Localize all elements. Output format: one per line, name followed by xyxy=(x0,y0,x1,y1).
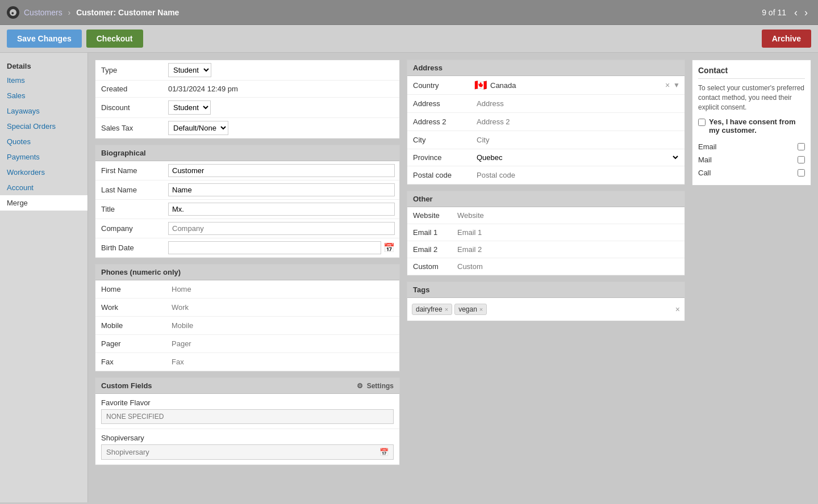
custom-fields-header: Custom Fields ⚙ Settings xyxy=(95,378,399,394)
country-selector[interactable]: 🇨🇦 Canada × ▼ xyxy=(474,79,680,91)
mail-option-label: Mail xyxy=(698,156,712,164)
mobile-value xyxy=(164,317,399,335)
created-label: Created xyxy=(95,81,164,98)
city-label: City xyxy=(407,131,470,149)
birth-date-input[interactable] xyxy=(168,241,381,254)
title-input[interactable] xyxy=(168,203,395,216)
first-name-value xyxy=(164,161,399,180)
details-grid: Type StudentRegularVIP Created 01/31/202… xyxy=(95,60,399,138)
breadcrumb-parent[interactable]: Customers xyxy=(24,8,62,17)
calendar-icon[interactable]: 📅 xyxy=(383,242,395,253)
pager-input[interactable] xyxy=(168,338,395,350)
tags-clear-icon[interactable]: × xyxy=(675,305,680,314)
email-option-label: Email xyxy=(698,142,717,151)
top-bar: ● Customers › Customer: Customer Name 9 … xyxy=(0,0,818,25)
email1-value xyxy=(453,224,685,241)
discount-value: StudentNone10%20% xyxy=(164,98,399,118)
province-selector: QuebecOntarioBritish Columbia xyxy=(474,153,680,162)
contact-desc: To select your customer's preferred cont… xyxy=(698,83,805,112)
phones-grid: Home Work Mobile xyxy=(95,280,399,371)
tag-vegan-remove[interactable]: × xyxy=(479,306,483,313)
sales-tax-label: Sales Tax xyxy=(95,118,164,138)
country-value: 🇨🇦 Canada × ▼ xyxy=(470,76,685,95)
sidebar-item-items[interactable]: Items xyxy=(0,73,87,88)
archive-button[interactable]: Archive xyxy=(762,30,811,48)
fax-input[interactable] xyxy=(168,356,395,368)
province-value: QuebecOntarioBritish Columbia xyxy=(470,149,685,166)
sidebar-item-quotes[interactable]: Quotes xyxy=(0,134,87,149)
main-layout: Details Items Sales Layaways Special Ord… xyxy=(0,53,818,502)
contact-section: Contact To select your customer's prefer… xyxy=(692,60,811,186)
discount-select[interactable]: StudentNone10%20% xyxy=(168,100,211,115)
shopiversary-input[interactable] xyxy=(102,445,375,459)
sidebar-item-workorders[interactable]: Workorders xyxy=(0,165,87,180)
tags-section: Tags dairyfree × vegan × × xyxy=(407,282,685,321)
breadcrumb-sep: › xyxy=(68,8,71,17)
address2-value xyxy=(470,113,685,131)
type-select[interactable]: StudentRegularVIP xyxy=(168,63,211,77)
sidebar-item-merge[interactable]: Merge xyxy=(0,195,87,211)
address2-input[interactable] xyxy=(474,116,680,128)
mobile-input[interactable] xyxy=(168,320,395,331)
pager-label: Pager xyxy=(95,335,164,353)
last-name-input[interactable] xyxy=(168,183,395,196)
custom-label: Custom xyxy=(407,258,453,275)
tag-dairyfree: dairyfree × xyxy=(412,304,452,315)
breadcrumb-current: Customer: Customer Name xyxy=(76,8,179,17)
next-button[interactable]: › xyxy=(801,6,811,19)
shopiversary-calendar-icon[interactable]: 📅 xyxy=(375,446,393,459)
last-name-label: Last Name xyxy=(95,180,164,200)
title-label: Title xyxy=(95,200,164,219)
work-input[interactable] xyxy=(168,301,395,313)
custom-field-flavor: Favorite Flavor xyxy=(95,394,399,429)
country-clear-icon[interactable]: × xyxy=(665,81,670,90)
settings-link[interactable]: ⚙ Settings xyxy=(357,382,394,390)
consent-checkbox[interactable] xyxy=(698,119,706,126)
birth-date-wrapper: 📅 xyxy=(168,241,395,254)
sidebar-item-special-orders[interactable]: Special Orders xyxy=(0,119,87,134)
call-checkbox[interactable] xyxy=(798,169,805,177)
call-option: Call xyxy=(698,166,805,179)
postal-input[interactable] xyxy=(474,169,680,181)
tag-dairyfree-remove[interactable]: × xyxy=(445,306,448,313)
custom-input[interactable] xyxy=(457,262,680,271)
country-dropdown-icon[interactable]: ▼ xyxy=(673,81,680,89)
sidebar-item-payments[interactable]: Payments xyxy=(0,149,87,165)
email1-label: Email 1 xyxy=(407,224,453,241)
discount-label: Discount xyxy=(95,98,164,118)
birth-date-value: 📅 xyxy=(164,238,399,258)
custom-value xyxy=(453,258,685,275)
gear-icon: ⚙ xyxy=(357,382,363,390)
home-input[interactable] xyxy=(168,283,395,295)
city-input[interactable] xyxy=(474,134,680,146)
left-column: Type StudentRegularVIP Created 01/31/202… xyxy=(95,60,400,495)
address-input[interactable] xyxy=(474,98,680,110)
sidebar-item-layaways[interactable]: Layaways xyxy=(0,103,87,119)
website-label: Website xyxy=(407,207,453,224)
sidebar-item-sales[interactable]: Sales xyxy=(0,88,87,103)
checkout-button[interactable]: Checkout xyxy=(86,30,143,48)
sidebar-item-account[interactable]: Account xyxy=(0,180,87,195)
settings-label: Settings xyxy=(367,382,394,390)
email1-input[interactable] xyxy=(457,228,680,237)
email-checkbox[interactable] xyxy=(798,143,805,150)
country-name: Canada xyxy=(490,81,662,90)
company-input[interactable] xyxy=(168,222,395,235)
province-select[interactable]: QuebecOntarioBritish Columbia xyxy=(474,153,680,162)
last-name-value xyxy=(164,180,399,200)
sales-tax-select[interactable]: Default/NoneTax 1Tax 2 xyxy=(168,121,228,135)
email2-input[interactable] xyxy=(457,245,680,254)
save-button[interactable]: Save Changes xyxy=(7,30,82,48)
biographical-grid: First Name Last Name Title xyxy=(95,161,399,258)
sidebar: Details Items Sales Layaways Special Ord… xyxy=(0,53,88,502)
tags-header: Tags xyxy=(407,282,685,298)
postal-value xyxy=(470,166,685,184)
address-section: Address Country 🇨🇦 Canada × ▼ xyxy=(407,60,685,185)
website-input[interactable] xyxy=(457,211,680,220)
prev-button[interactable]: ‹ xyxy=(791,6,801,19)
flavor-input[interactable] xyxy=(101,409,394,424)
email2-value xyxy=(453,241,685,258)
first-name-input[interactable] xyxy=(168,164,395,177)
mail-checkbox[interactable] xyxy=(798,156,805,163)
custom-fields-title: Custom Fields xyxy=(101,381,152,390)
